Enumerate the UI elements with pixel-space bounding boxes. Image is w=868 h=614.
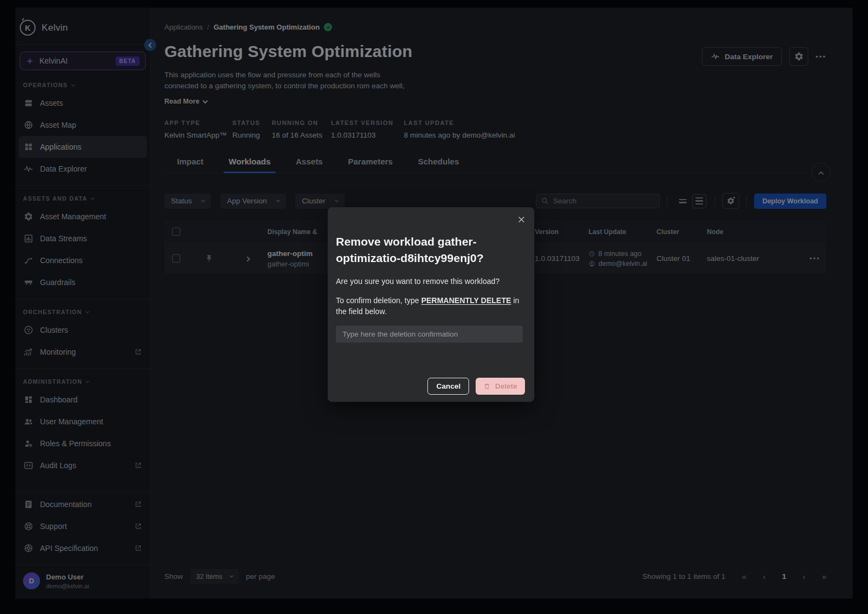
modal-title: Remove workload gather-optimizatio-d8iht…	[336, 234, 528, 266]
confirm-keyword: PERMANENTLY DELETE	[421, 296, 511, 305]
deletion-confirmation-input[interactable]	[336, 326, 523, 343]
delete-button[interactable]: Delete	[476, 378, 525, 395]
modal-actions: Cancel Delete	[427, 378, 525, 395]
cancel-button[interactable]: Cancel	[427, 378, 469, 395]
modal-confirm-instruction: To confirm deletion, type PERMANENTLY DE…	[336, 295, 522, 317]
remove-workload-modal: Remove workload gather-optimizatio-d8iht…	[328, 207, 534, 402]
modal-question: Are you sure you want to remove this wor…	[336, 277, 522, 286]
delete-label: Delete	[495, 382, 517, 390]
close-icon[interactable]	[517, 215, 526, 224]
trash-icon	[483, 383, 490, 390]
confirm-prefix: To confirm deletion, type	[336, 296, 421, 305]
